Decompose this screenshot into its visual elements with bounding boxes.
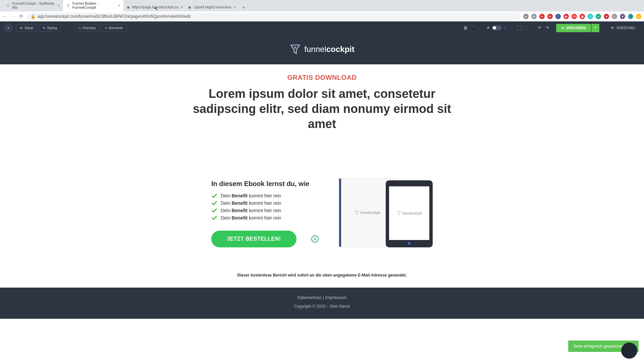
ext-icon[interactable]: ● [547, 14, 553, 19]
gear-icon: ⚙ [20, 26, 23, 30]
sun-icon: ☀ [486, 25, 490, 30]
lock-icon: 🔒 [31, 14, 36, 19]
layout-option[interactable] [523, 25, 528, 30]
mobile-icon[interactable]: 📱 [471, 25, 476, 31]
cta-button[interactable]: JETZT BESTELLEN! [211, 231, 297, 247]
ext-icon[interactable]: ● [596, 14, 601, 19]
styling-button[interactable]: ✎Styling [39, 24, 61, 32]
close-icon[interactable]: × [180, 5, 182, 9]
check-icon [211, 208, 217, 213]
elemente-button[interactable]: ≡Elemente [102, 24, 127, 32]
hero-text: GRATIS DOWNLOAD Lorem ipsum dolor sit am… [0, 64, 644, 131]
browser-tab-0[interactable]: ▽ FunnelCockpit - Splittests, Ma × [3, 0, 63, 11]
list-icon: ≡ [105, 26, 107, 30]
reload-icon[interactable]: ⟳ [19, 14, 23, 19]
mini-brand: funnelcockpit [361, 211, 380, 215]
svg-point-0 [294, 47, 297, 49]
nav-bar: ← → ⟳ 🔒 app.funnelcockpit.com/funnel/nwS… [0, 11, 644, 21]
undo-icon[interactable]: ↶ [538, 25, 542, 31]
ext-icon[interactable]: ● [604, 14, 609, 19]
device-toggle[interactable]: 🖥 📱 [460, 25, 480, 31]
close-icon[interactable]: × [58, 3, 60, 7]
brand-logo: funnelcockpit [289, 44, 354, 55]
close-icon[interactable]: × [118, 3, 120, 7]
setup-button[interactable]: ⚙Setup [16, 24, 37, 32]
brand-text-light: funnel [304, 45, 326, 54]
tab-strip: ▽ FunnelCockpit - Splittests, Ma × ▽ Fun… [0, 0, 644, 11]
url-bar[interactable]: 🔒 app.funnelcockpit.com/funnel/nwSC6fNoS… [26, 13, 520, 20]
moon-icon: ☾ [503, 25, 507, 30]
check-icon [211, 193, 217, 198]
save-button[interactable]: ✈SPEICHERN [556, 24, 591, 32]
browser-chrome: ▽ FunnelCockpit - Splittests, Ma × ▽ Fun… [0, 0, 644, 21]
editor-back-button[interactable]: ‹ [4, 23, 13, 32]
check-icon [211, 216, 217, 220]
save-dropdown[interactable]: ▼ [591, 24, 599, 32]
editor-toolbar: ‹ ⚙Setup ✎Styling ▭Overlays ≡Elemente 🖥 … [0, 21, 644, 34]
forward-icon[interactable]: → [11, 14, 15, 19]
send-icon: ✈ [561, 26, 564, 30]
benefit-item[interactable]: Dein Benefit kommt hier rein [211, 193, 319, 198]
grammarly-badge[interactable]: G [311, 235, 319, 243]
tab-title: https://page.funnelcockpit.co [132, 5, 178, 9]
ebook-heading[interactable]: In diesem Ebook lernst du, wie [211, 180, 319, 188]
extensions: ⊕ ★ ● ● f ▶ 28 ▣ IQ ● ● ≡ ● 👤 ● [523, 14, 641, 19]
editor-canvas[interactable]: funnelcockpit GRATIS DOWNLOAD Lorem ipsu… [0, 34, 644, 362]
ext-icon[interactable]: ▶ [564, 14, 569, 19]
content-row: In diesem Ebook lernst du, wie Dein Bene… [0, 131, 644, 269]
ext-icon[interactable]: ⊕ [523, 14, 529, 19]
browser-tab-2[interactable]: ◉ https://page.funnelcockpit.co × [123, 3, 184, 11]
overlays-label: Overlays [83, 26, 96, 30]
theme-toggle[interactable]: ☀ ☾ [483, 25, 511, 30]
desktop-icon[interactable]: 🖥 [463, 25, 468, 31]
headline[interactable]: Lorem ipsum dolor sit amet, consetetur s… [184, 86, 460, 131]
pencil-icon: ✎ [43, 26, 45, 30]
ext-icon[interactable]: ● [620, 14, 625, 19]
benefit-list: Dein Benefit kommt hier rein Dein Benefi… [211, 193, 319, 221]
redo-icon[interactable]: ↷ [546, 25, 549, 31]
ext-icon[interactable]: 28 [572, 14, 577, 19]
browser-tab-3[interactable]: ◉ Upsell HighConversion × [184, 3, 239, 11]
ext-icon[interactable]: IQ [588, 14, 593, 19]
tablet-mockup: funnelcockpit [386, 180, 433, 247]
benefit-item[interactable]: Dein Benefit kommt hier rein [211, 215, 319, 221]
footer-link-impressum[interactable]: Impressum [325, 295, 346, 300]
ext-icon[interactable]: ▣ [580, 14, 585, 19]
ext-icon[interactable]: f [555, 14, 561, 19]
browser-tab-1[interactable]: ▽ Funnel Builder - FunnelCockpit × [63, 0, 123, 11]
hero-header: funnelcockpit [0, 34, 644, 64]
copyright-text[interactable]: Copyright © 2020 – Dein Name [0, 304, 644, 309]
favicon-icon: ◉ [127, 5, 130, 9]
overlays-button[interactable]: ▭Overlays [74, 24, 99, 32]
layout-option[interactable] [517, 25, 522, 30]
funnel-icon [289, 44, 301, 55]
ebook-text-block[interactable]: In diesem Ebook lernst du, wie Dein Bene… [211, 180, 319, 247]
avatar[interactable]: 👤 [628, 14, 633, 19]
favicon-icon: ▽ [6, 3, 10, 8]
layout-toggle[interactable] [514, 25, 531, 30]
disclaimer-text[interactable]: Dieser kostenlose Bericht wird sofort an… [0, 269, 644, 288]
page-footer: Datenschutz | Impressum Copyright © 2020… [0, 288, 644, 319]
benefit-item[interactable]: Dein Benefit kommt hier rein [211, 200, 319, 206]
close-icon[interactable]: × [233, 5, 235, 9]
preview-button[interactable]: 👁VORSCHAU [606, 24, 640, 32]
product-mockup[interactable]: funnelcockpit funnelcockpit [339, 178, 433, 249]
kicker[interactable]: GRATIS DOWNLOAD [7, 74, 637, 81]
preview-label: VORSCHAU [616, 26, 635, 30]
chat-widget[interactable] [621, 343, 637, 359]
toggle-switch[interactable] [492, 25, 501, 30]
mini-brand: funnelcockpit [402, 212, 422, 215]
ext-icon[interactable]: ★ [531, 14, 537, 19]
footer-link-datenschutz[interactable]: Datenschutz [297, 295, 321, 300]
footer-links: Datenschutz | Impressum [0, 295, 644, 300]
styling-label: Styling [47, 26, 57, 30]
new-tab-button[interactable]: + [239, 3, 248, 11]
back-icon[interactable]: ← [3, 14, 7, 19]
menu-icon[interactable]: ● [636, 14, 641, 19]
toast-message: Seite erfolgreich gespeichert! [574, 344, 626, 349]
benefit-item[interactable]: Dein Benefit kommt hier rein [211, 208, 319, 213]
ext-icon[interactable]: ≡ [612, 14, 617, 19]
eye-icon: 👁 [611, 26, 614, 30]
ext-icon[interactable]: ● [539, 14, 545, 19]
url-text: app.funnelcockpit.com/funnel/nwSC6fNoSJ6… [38, 14, 191, 19]
